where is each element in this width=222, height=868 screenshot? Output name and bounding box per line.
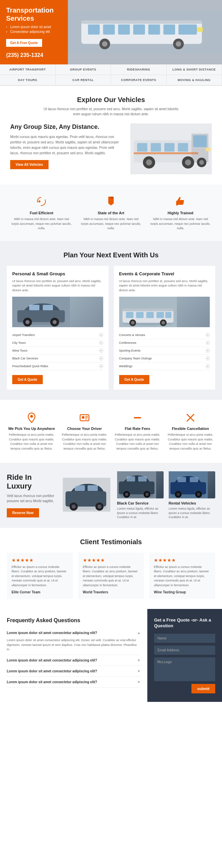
plan-card-1-title: Personal & Small Groups <box>12 271 103 276</box>
nav-corporate-events[interactable]: Corporate Events <box>111 75 167 85</box>
list-icon: + <box>206 333 210 337</box>
plan-section: Plan Your Next Event With Us Personal & … <box>0 241 222 400</box>
contact-message-input[interactable] <box>154 657 215 681</box>
testimonial-1: ★★★★★ Efficitur ac ipsum a cursus molest… <box>7 553 73 599</box>
nav-ridesharing[interactable]: Ridesharing <box>111 64 167 75</box>
plan-card-personal: Personal & Small Groups Ut lacus rhoncus… <box>7 266 109 390</box>
faq-question-4[interactable]: Lorem ipsum dolor sit amet consectetur a… <box>7 677 141 687</box>
contact-submit-button[interactable]: submit <box>191 684 215 693</box>
faq-item-2: Lorem ipsum dolor sit amet consectetur a… <box>7 655 141 666</box>
nav-car-rental[interactable]: Car Rental <box>56 75 111 85</box>
svg-rect-51 <box>146 312 154 318</box>
svg-point-57 <box>162 321 165 324</box>
how-fees: Flat Rate Fees Pellentesque ut arcu port… <box>111 408 164 454</box>
svg-rect-89 <box>190 477 198 482</box>
svg-marker-33 <box>108 197 114 205</box>
list-item: Prescheduled Quick Rides+ <box>12 362 103 370</box>
svg-rect-21 <box>164 143 174 152</box>
svg-rect-29 <box>206 148 210 151</box>
feature-fuel-title: Fuel Efficient <box>10 211 73 215</box>
list-icon: + <box>99 333 103 337</box>
contact-email-input[interactable] <box>154 646 215 655</box>
svg-rect-6 <box>133 24 145 35</box>
faq-item-1: Lorem ipsum dolor sit amet consectetur a… <box>7 628 141 655</box>
list-icon: + <box>206 364 210 368</box>
plan-card-1-quote-button[interactable]: Get A Quote <box>12 375 43 384</box>
list-item: Sporting Events+ <box>119 347 210 355</box>
how-driver-desc: Pellentesque ut arcu porta mattis. Curab… <box>61 433 108 451</box>
testimonial-1-text: Efficitur ac ipsum a cursus molestie lib… <box>12 565 68 588</box>
svg-point-42 <box>25 320 30 324</box>
explore-desc: Morbi cursus quis mauris quis egestas. P… <box>10 134 124 156</box>
nav-day-tours[interactable]: Day Tours <box>0 75 56 85</box>
svg-rect-48 <box>123 309 173 311</box>
contact-name-input[interactable] <box>154 634 215 643</box>
explore-title: Explore Our Vehicles <box>10 96 212 104</box>
svg-rect-40 <box>43 305 53 310</box>
nav-airport-transport[interactable]: Airport Transport <box>0 64 56 75</box>
feature-trained: Highly Trained Nibh in massa nisl dictum… <box>146 191 215 234</box>
svg-rect-8 <box>163 24 175 35</box>
plan-card-2-quote-button[interactable]: Get A Quote <box>119 375 150 384</box>
svg-rect-30 <box>134 152 198 154</box>
testimonial-2: ★★★★★ Efficitur ac ipsum a cursus molest… <box>78 553 144 599</box>
thumbsup-icon <box>174 195 187 208</box>
svg-point-26 <box>185 159 191 165</box>
minus-icon <box>131 412 144 424</box>
faq-question-2[interactable]: Lorem ipsum dolor sit amet consectetur a… <box>7 655 141 666</box>
nav-long-short-distance[interactable]: Long & Short Distance <box>167 64 222 75</box>
explore-text: Any Group Size, Any Distance. Morbi curs… <box>10 123 124 169</box>
luxury-vehicle-black-car: Black Car Service Lorem metus ligula, ef… <box>117 471 164 519</box>
svg-rect-22 <box>178 143 188 152</box>
how-cancel-title: Flexible Cancellation <box>167 427 214 431</box>
plan-card-2-desc: Ut lacus rhoncus non porttitor et, posue… <box>119 279 210 293</box>
list-icon: + <box>206 341 210 345</box>
faq-question-3[interactable]: Lorem ipsum dolor sit amet consectetur a… <box>7 666 141 676</box>
black-car-image <box>117 471 164 498</box>
truck-svg <box>130 123 212 174</box>
list-item: Weddings+ <box>119 362 210 370</box>
how-driver: Choose Your Driver Pellentesque ut arcu … <box>58 408 111 454</box>
svg-point-91 <box>177 493 180 496</box>
rental-vehicle-desc: Lorem metus ligula, efficitur ac ipsum a… <box>169 507 215 519</box>
faq-answer-1: Lorem ipsum dolor sit amet consectetur a… <box>7 638 141 655</box>
nav-group-events[interactable]: Group Events <box>56 64 111 75</box>
svg-rect-62 <box>85 417 88 418</box>
svg-point-84 <box>145 493 149 496</box>
chevron-down-icon: ▼ <box>137 658 141 662</box>
faq-question-1[interactable]: Lorem ipsum dolor sit amet consectetur a… <box>7 628 141 638</box>
svg-point-73 <box>72 505 76 509</box>
state-art-icon <box>104 195 118 208</box>
plan-title: Plan Your Next Event With Us <box>7 251 215 259</box>
fuel-icon <box>35 195 48 208</box>
list-item: City Tours+ <box>12 339 103 347</box>
luxury-desc: Velit lacus rhoncus non porttitor posuer… <box>7 493 56 504</box>
reserve-now-button[interactable]: Reserve Now <box>7 508 39 517</box>
nav-menu: Airport Transport Group Events Rideshari… <box>0 64 222 86</box>
plan-card-1-image <box>12 297 103 327</box>
svg-rect-50 <box>136 312 144 318</box>
plan-card-1-desc: Ut lacus rhoncus non porttitor et, posue… <box>12 279 103 293</box>
testimonial-3: ★★★★★ Efficitur ac ipsum a cursus molest… <box>149 553 215 599</box>
svg-rect-18 <box>193 135 207 147</box>
id-icon <box>78 412 91 424</box>
bottom-section: Frequently Asked Questions Lorem ipsum d… <box>0 609 222 702</box>
plan-card-2-image <box>119 297 210 327</box>
nav-moving-hauling[interactable]: Moving & Hauling <box>167 75 222 85</box>
feature-art: State of the Art Nibh in massa nisl dict… <box>76 191 146 234</box>
svg-point-55 <box>131 321 134 324</box>
svg-point-28 <box>199 160 204 165</box>
list-item: Airport Transfers+ <box>12 331 103 339</box>
list-icon: + <box>99 364 103 368</box>
hero-image <box>68 0 222 64</box>
svg-rect-39 <box>29 305 39 310</box>
view-all-vehicles-button[interactable]: View All Vehicles <box>10 160 49 169</box>
list-icon: + <box>99 349 103 353</box>
plan-card-2-list: Concerts & Venues+ Conferences+ Sporting… <box>119 331 210 370</box>
list-item: Concerts & Venues+ <box>119 331 210 339</box>
how-pickup-title: We Pick You Up Anywhere <box>8 427 55 431</box>
hero-cta-button[interactable]: Get A Free Quote <box>6 39 42 47</box>
svg-point-82 <box>125 493 128 496</box>
hero-bullet-1: Lorem ipsum dolor sit amet <box>6 25 62 29</box>
feature-fuel-desc: Nibh in massa nisl dictum ante. Nam nisl… <box>10 217 73 231</box>
